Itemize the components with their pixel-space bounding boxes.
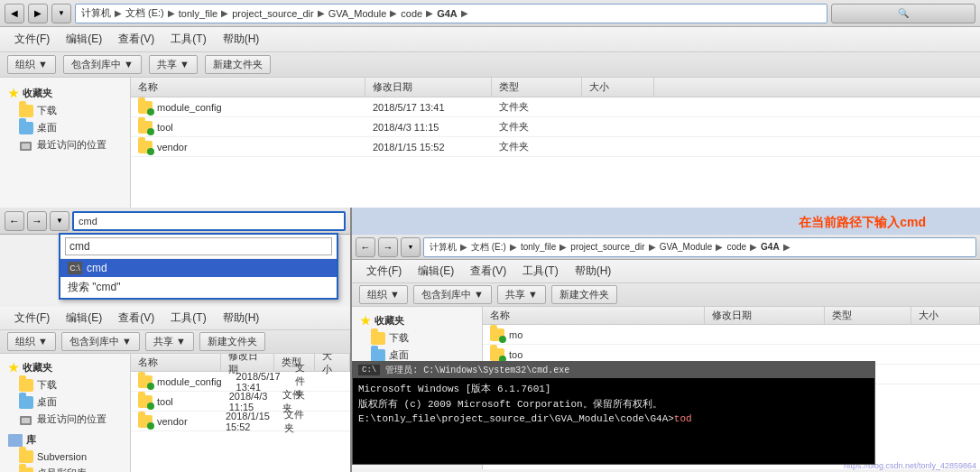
file-row-vendor[interactable]: vendor 2018/1/15 15:52 文件夹 xyxy=(131,137,980,157)
br-toolbar: 文件(F) 编辑(E) 查看(V) 工具(T) 帮助(H) xyxy=(352,260,980,283)
top-file-list: 名称 修改日期 类型 大小 module_config 2018/5/17 13… xyxy=(131,78,980,208)
cmd-terminal: C:\ 管理员: C:\Windows\System32\cmd.exe Mic… xyxy=(352,361,875,465)
cmd-terminal-title: C:\ 管理员: C:\Windows\System32\cmd.exe xyxy=(353,362,874,378)
include-button[interactable]: 包含到库中 ▼ xyxy=(63,55,142,74)
bl-include-button[interactable]: 包含到库中 ▼ xyxy=(61,332,140,351)
br-col-type[interactable]: 类型 xyxy=(825,307,911,324)
br-menu-file[interactable]: 文件(F) xyxy=(359,262,409,281)
bl-col-date[interactable]: 修改日期 xyxy=(221,354,274,371)
folder-icon-download xyxy=(19,105,33,117)
cmd-line3: E:\tonly_file\project_source_dir\GVA_Mod… xyxy=(358,412,869,427)
menu-tools[interactable]: 工具(T) xyxy=(163,30,213,49)
br-new-folder-button[interactable]: 新建文件夹 xyxy=(551,285,617,304)
bl-menu-edit[interactable]: 编辑(E) xyxy=(59,309,109,328)
sidebar-item-download[interactable]: 下载 xyxy=(5,102,125,119)
cmd-dropdown[interactable]: cmd C:\ cmd 搜索 "cmd" xyxy=(59,233,338,300)
br-file-header: 名称 修改日期 类型 大小 xyxy=(483,307,980,325)
br-include-button[interactable]: 包含到库中 ▼ xyxy=(413,285,492,304)
br-menu-tools[interactable]: 工具(T) xyxy=(515,262,565,281)
path-project: project_source_dir xyxy=(232,8,314,19)
bl-action-bar: 组织 ▼ 包含到库中 ▼ 共享 ▼ 新建文件夹 xyxy=(0,330,350,354)
bl-menu-help[interactable]: 帮助(H) xyxy=(216,309,267,328)
top-sidebar: ★ 收藏夹 下载 桌面 最近访问的位置 xyxy=(0,78,131,208)
cmd-input-row: cmd xyxy=(60,235,337,259)
cmd-highlight-item[interactable]: C:\ cmd xyxy=(60,259,337,277)
top-address-bar: ◀ ▶ ▼ 计算机 ▶ 文档 (E:) ▶ tonly_file ▶ proje… xyxy=(0,0,980,27)
col-date-header[interactable]: 修改日期 xyxy=(365,78,492,97)
br-path[interactable]: 计算机 ▶ 文档 (E:) ▶ tonly_file ▶ project_sou… xyxy=(423,237,976,257)
cmd-terminal-body[interactable]: Microsoft Windows [版本 6.1.7601] 版权所有 (c)… xyxy=(353,378,874,430)
col-size-header[interactable]: 大小 xyxy=(582,78,654,97)
top-content-area: ★ 收藏夹 下载 桌面 最近访问的位置 名称 修改日期 xyxy=(0,78,980,208)
br-up-button[interactable]: ▼ xyxy=(401,237,421,257)
br-col-name[interactable]: 名称 xyxy=(483,307,705,324)
menu-edit[interactable]: 编辑(E) xyxy=(59,30,109,49)
bl-sidebar-recent[interactable]: 最近访问的位置 xyxy=(5,411,125,428)
bl-file-row-tool[interactable]: tool 2018/4/3 11:15 文件夹 xyxy=(131,392,350,412)
br-share-button[interactable]: 共享 ▼ xyxy=(497,285,546,304)
br-file-row-1[interactable]: mo xyxy=(483,325,980,345)
br-col-date[interactable]: 修改日期 xyxy=(705,307,825,324)
col-name-header[interactable]: 名称 xyxy=(131,78,365,97)
file-row-module-config[interactable]: module_config 2018/5/17 13:41 文件夹 xyxy=(131,97,980,117)
br-organize-button[interactable]: 组织 ▼ xyxy=(359,285,408,304)
bl-organize-button[interactable]: 组织 ▼ xyxy=(7,332,56,351)
bl-menu-view[interactable]: 查看(V) xyxy=(111,309,162,328)
address-path[interactable]: 计算机 ▶ 文档 (E:) ▶ tonly_file ▶ project_sou… xyxy=(75,4,827,23)
bl-share-button[interactable]: 共享 ▼ xyxy=(145,332,194,351)
bottom-left-addr: ← → ▼ cmd xyxy=(0,208,350,235)
br-back-button[interactable]: ← xyxy=(356,237,375,257)
share-button[interactable]: 共享 ▼ xyxy=(149,55,198,74)
cmd-line1: Microsoft Windows [版本 6.1.7601] xyxy=(358,382,869,397)
br-menu-view[interactable]: 查看(V) xyxy=(463,262,513,281)
folder-icon-module xyxy=(138,101,153,114)
top-explorer: ◀ ▶ ▼ 计算机 ▶ 文档 (E:) ▶ tonly_file ▶ proje… xyxy=(0,0,980,208)
bl-sidebar-subversion[interactable]: Subversion xyxy=(5,449,125,465)
br-favorites-label: ★ 收藏夹 xyxy=(356,312,477,329)
organize-button[interactable]: 组织 ▼ xyxy=(7,55,56,74)
bl-sidebar-library2[interactable]: 桌风彩印库 xyxy=(5,465,125,472)
br-forward-button[interactable]: → xyxy=(378,237,398,257)
search-button[interactable]: 🔍 xyxy=(831,4,975,23)
recent-icon xyxy=(19,139,33,152)
bl-col-size[interactable]: 大小 xyxy=(315,354,350,371)
menu-help[interactable]: 帮助(H) xyxy=(216,30,267,49)
bl-sidebar: ★ 收藏夹 下载 桌面 最近访问的位置 xyxy=(0,354,131,472)
cmd-search-item[interactable]: 搜索 "cmd" xyxy=(60,277,337,298)
svg-rect-1 xyxy=(22,143,30,149)
bl-library-section: 库 Subversion 桌风彩印库 xyxy=(5,431,125,472)
bl-forward-button[interactable]: → xyxy=(27,211,47,231)
br-col-size[interactable]: 大小 xyxy=(911,307,980,324)
bl-new-folder-button[interactable]: 新建文件夹 xyxy=(199,332,265,351)
bl-content: ★ 收藏夹 下载 桌面 最近访问的位置 xyxy=(0,354,350,472)
bl-sidebar-download[interactable]: 下载 xyxy=(5,376,125,393)
up-button[interactable]: ▼ xyxy=(51,4,71,23)
menu-view[interactable]: 查看(V) xyxy=(111,30,162,49)
bl-menu-tools[interactable]: 工具(T) xyxy=(163,309,213,328)
bl-star-icon: ★ xyxy=(8,361,19,375)
br-download[interactable]: 下载 xyxy=(356,329,477,347)
folder-icon-desktop xyxy=(19,122,33,134)
bl-up-button[interactable]: ▼ xyxy=(50,211,69,231)
bl-file-row-module[interactable]: module_config 2018/5/17 13:41 文件夹 xyxy=(131,372,350,392)
bl-sidebar-desktop[interactable]: 桌面 xyxy=(5,393,125,411)
forward-button[interactable]: ▶ xyxy=(28,4,48,23)
new-folder-button[interactable]: 新建文件夹 xyxy=(205,55,271,74)
bl-back-button[interactable]: ← xyxy=(5,211,24,231)
br-address-bar: ← → ▼ 计算机 ▶ 文档 (E:) ▶ tonly_file ▶ proje… xyxy=(352,235,980,260)
bl-col-name[interactable]: 名称 xyxy=(131,354,221,371)
col-type-header[interactable]: 类型 xyxy=(492,78,582,97)
bl-menu-file[interactable]: 文件(F) xyxy=(7,309,57,328)
br-menu-edit[interactable]: 编辑(E) xyxy=(411,262,461,281)
address-input-area[interactable]: cmd xyxy=(72,211,346,231)
cmd-small-icon: C:\ xyxy=(68,262,82,274)
br-menu-help[interactable]: 帮助(H) xyxy=(568,262,619,281)
sidebar-item-recent[interactable]: 最近访问的位置 xyxy=(5,136,125,153)
menu-file[interactable]: 文件(F) xyxy=(7,30,57,49)
folder-icon-vendor xyxy=(138,141,153,153)
bl-file-row-vendor[interactable]: vendor 2018/1/15 15:52 文件夹 xyxy=(131,412,350,431)
sidebar-item-desktop[interactable]: 桌面 xyxy=(5,119,125,136)
file-row-tool[interactable]: tool 2018/4/3 11:15 文件夹 xyxy=(131,117,980,137)
bl-toolbar: 文件(F) 编辑(E) 查看(V) 工具(T) 帮助(H) xyxy=(0,307,350,330)
back-button[interactable]: ◀ xyxy=(5,4,24,23)
